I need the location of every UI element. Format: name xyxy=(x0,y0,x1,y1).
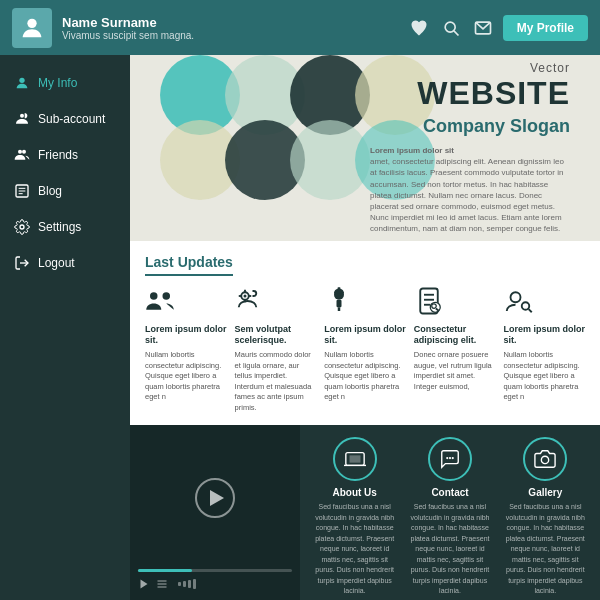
svg-rect-42 xyxy=(349,455,360,462)
vol-seg-1 xyxy=(178,582,181,586)
heart-icon[interactable] xyxy=(409,18,429,38)
svg-point-15 xyxy=(163,292,171,300)
header-icons xyxy=(409,18,493,38)
update-item-1: Lorem ipsum dolor sit. Nullam lobortis c… xyxy=(145,286,227,413)
video-list-icon[interactable] xyxy=(156,578,168,590)
sidebar-label-blog: Blog xyxy=(38,184,62,198)
bottom-card-gallery: Gallery Sed faucibus una a nisl volutcud… xyxy=(503,437,588,600)
svg-marker-36 xyxy=(141,580,148,589)
update-item-3: Lorem ipsum dolor sit. Nullam lobortis c… xyxy=(324,286,406,413)
sidebar-label-friends: Friends xyxy=(38,148,78,162)
svg-line-2 xyxy=(454,30,459,35)
document-icon xyxy=(414,286,444,316)
user-name: Name Surname xyxy=(62,15,409,30)
content-area: Vector WEBSITE Company Slogan Lorem ipsu… xyxy=(130,55,600,600)
settings-icon xyxy=(14,219,30,235)
user-tagline: Vivamus suscipit sem magna. xyxy=(62,30,409,41)
sidebar: My Info Sub-account Friends Blog Setting… xyxy=(0,55,130,600)
volume-bar xyxy=(178,579,196,589)
updates-title: Last Updates xyxy=(145,254,233,276)
search-icon[interactable] xyxy=(441,18,461,38)
update-title-4: Consectetur adipiscing elit. xyxy=(414,324,496,347)
sidebar-label-logout: Logout xyxy=(38,256,75,270)
svg-rect-24 xyxy=(337,299,342,307)
updates-section: Last Updates Lorem ipsum dolor sit. Null… xyxy=(130,241,600,425)
sidebar-label-subaccount: Sub-account xyxy=(38,112,105,126)
hero-lorem-title: Lorem ipsum dolor sit amet, consectetur … xyxy=(370,145,570,235)
group-icon xyxy=(145,286,175,316)
gallery-body: Sed faucibus una a nisl volutcudin in gr… xyxy=(503,502,588,597)
svg-point-7 xyxy=(22,150,26,154)
video-controls xyxy=(138,569,292,590)
svg-point-17 xyxy=(243,294,246,297)
progress-bar[interactable] xyxy=(138,569,292,572)
sidebar-item-logout[interactable]: Logout xyxy=(0,245,130,281)
vol-seg-2 xyxy=(183,581,186,587)
bottom-cards: About Us Sed faucibus una a nisl volutcu… xyxy=(300,425,600,600)
header: Name Surname Vivamus suscipit sem magna.… xyxy=(0,0,600,55)
svg-point-12 xyxy=(20,225,24,229)
sidebar-item-blog[interactable]: Blog xyxy=(0,173,130,209)
blog-icon xyxy=(14,183,30,199)
svg-point-34 xyxy=(522,302,530,310)
update-item-5: Lorem ipsum dolor sit. Nullam lobortis c… xyxy=(503,286,585,413)
laptop-icon xyxy=(344,448,366,470)
hero-vector-label: Vector xyxy=(370,61,570,75)
sidebar-item-subaccount[interactable]: Sub-account xyxy=(0,101,130,137)
search-person-icon xyxy=(503,286,533,316)
updates-grid: Lorem ipsum dolor sit. Nullam lobortis c… xyxy=(145,286,585,413)
about-title: About Us xyxy=(312,487,397,498)
video-play-icon[interactable] xyxy=(138,578,150,590)
gear-group-icon xyxy=(235,286,265,316)
svg-line-35 xyxy=(529,309,532,312)
avatar-icon xyxy=(18,14,46,42)
my-profile-button[interactable]: My Profile xyxy=(503,15,588,41)
svg-point-33 xyxy=(511,292,521,302)
svg-point-14 xyxy=(150,292,158,300)
bottom-section: About Us Sed faucibus una a nisl volutcu… xyxy=(130,425,600,600)
speaker-icon xyxy=(324,286,354,316)
vol-seg-4 xyxy=(193,579,196,589)
update-title-3: Lorem ipsum dolor sit. xyxy=(324,324,406,347)
user-info: Name Surname Vivamus suscipit sem magna. xyxy=(62,15,409,41)
video-player xyxy=(130,425,300,600)
user-icon xyxy=(14,75,30,91)
sub-account-icon xyxy=(14,111,30,127)
svg-point-0 xyxy=(27,18,36,27)
contact-title: Contact xyxy=(407,487,492,498)
sidebar-label-settings: Settings xyxy=(38,220,81,234)
hero-slogan: Company Slogan xyxy=(370,116,570,137)
svg-point-43 xyxy=(446,457,448,459)
friends-icon xyxy=(14,147,30,163)
svg-point-44 xyxy=(449,457,451,459)
vol-seg-3 xyxy=(188,580,191,588)
update-body-1: Nullam lobortis consectetur adipiscing. … xyxy=(145,350,227,403)
svg-point-4 xyxy=(19,78,24,83)
update-item-2: Sem volutpat scelerisque. Mauris commodo… xyxy=(235,286,317,413)
avatar xyxy=(12,8,52,48)
update-item-4: Consectetur adipiscing elit. Donec ornar… xyxy=(414,286,496,413)
sidebar-item-myinfo[interactable]: My Info xyxy=(0,65,130,101)
bottom-card-contact: Contact Sed faucibus una a nisl volutcud… xyxy=(407,437,492,600)
camera-icon-circle xyxy=(523,437,567,481)
update-title-5: Lorem ipsum dolor sit. xyxy=(503,324,585,347)
hero-text: Vector WEBSITE Company Slogan Lorem ipsu… xyxy=(370,61,570,235)
laptop-icon-circle xyxy=(333,437,377,481)
gallery-title: Gallery xyxy=(503,487,588,498)
update-title-2: Sem volutpat scelerisque. xyxy=(235,324,317,347)
chat-icon-circle xyxy=(428,437,472,481)
mail-icon[interactable] xyxy=(473,18,493,38)
hero-website-label: WEBSITE xyxy=(370,75,570,112)
hero-lorem-body: amet, consectetur adipiscing elit. Aenea… xyxy=(370,157,564,233)
update-body-5: Nullam lobortis consectetur adipiscing. … xyxy=(503,350,585,403)
update-body-2: Mauris commodo dolor et ligula ornare, a… xyxy=(235,350,317,413)
sidebar-item-settings[interactable]: Settings xyxy=(0,209,130,245)
about-body: Sed faucibus una a nisl volutcudin in gr… xyxy=(312,502,397,597)
play-button[interactable] xyxy=(195,478,235,518)
sidebar-item-friends[interactable]: Friends xyxy=(0,137,130,173)
contact-body: Sed faucibus una a nisl volutcudin in gr… xyxy=(407,502,492,597)
main-area: My Info Sub-account Friends Blog Setting… xyxy=(0,55,600,600)
sidebar-label-myinfo: My Info xyxy=(38,76,77,90)
svg-point-6 xyxy=(18,150,22,154)
update-body-3: Nullam lobortis consectetur adipiscing. … xyxy=(324,350,406,403)
